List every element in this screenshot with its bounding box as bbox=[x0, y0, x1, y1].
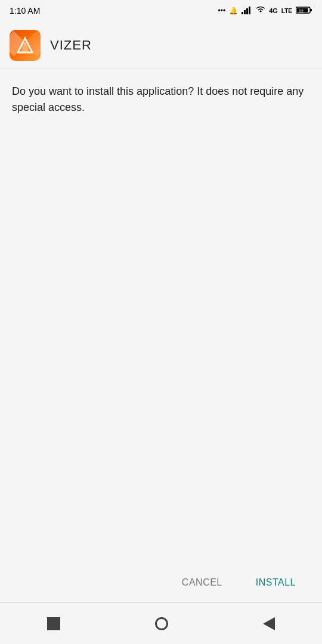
wifi-icon bbox=[256, 7, 265, 16]
svg-text:12: 12 bbox=[299, 9, 304, 13]
status-icons: ••• 🔔 4G LTE 12 bbox=[218, 6, 312, 16]
svg-rect-0 bbox=[242, 12, 243, 14]
nav-home-icon[interactable] bbox=[155, 617, 168, 630]
main-content: Do you want to install this application?… bbox=[0, 69, 322, 130]
svg-rect-2 bbox=[246, 8, 248, 14]
app-header: VIZER bbox=[0, 21, 322, 69]
svg-marker-9 bbox=[20, 42, 30, 52]
battery-icon: 12 bbox=[296, 6, 312, 16]
action-buttons: CANCEL INSTALL bbox=[168, 569, 310, 596]
install-description: Do you want to install this application?… bbox=[12, 83, 310, 116]
signal-icon bbox=[242, 6, 252, 16]
install-button[interactable]: INSTALL bbox=[242, 569, 310, 596]
svg-rect-1 bbox=[244, 10, 246, 14]
svg-rect-5 bbox=[310, 9, 312, 11]
app-title: VIZER bbox=[50, 38, 92, 53]
lte-icon: LTE bbox=[281, 8, 292, 14]
cancel-button[interactable]: CANCEL bbox=[168, 569, 237, 596]
nav-back-icon[interactable] bbox=[263, 617, 275, 630]
alarm-icon: 🔔 bbox=[229, 7, 238, 15]
network-type-icon: 4G bbox=[269, 7, 278, 14]
status-time: 1:10 AM bbox=[10, 6, 40, 16]
svg-rect-3 bbox=[249, 7, 250, 14]
nav-recents-icon[interactable] bbox=[47, 617, 60, 630]
bottom-navigation bbox=[0, 602, 322, 644]
status-bar: 1:10 AM ••• 🔔 4G LTE 1 bbox=[0, 0, 322, 21]
notification-icon: ••• bbox=[218, 7, 226, 15]
app-icon bbox=[10, 30, 41, 61]
